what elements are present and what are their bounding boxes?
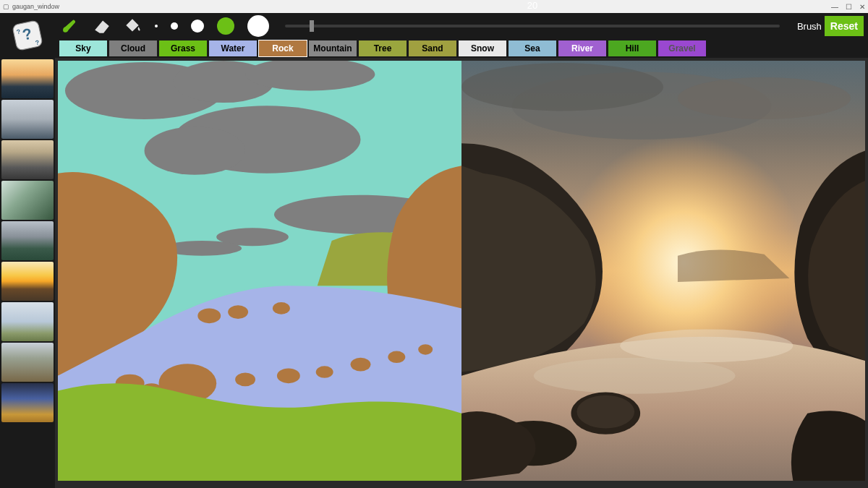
svg-point-23	[388, 351, 405, 364]
palette-sky[interactable]: Sky	[59, 40, 107, 56]
maximize-button[interactable]: ☐	[846, 3, 852, 11]
brush-size-24[interactable]	[217, 17, 234, 35]
dice-icon: ? ? ?	[7, 15, 48, 56]
svg-point-30	[534, 358, 736, 394]
palette-tree[interactable]: Tree	[359, 40, 407, 56]
close-button[interactable]: ✕	[859, 3, 865, 11]
svg-point-21	[316, 366, 333, 378]
preset-thumbnails	[0, 58, 55, 488]
svg-point-19	[235, 373, 255, 387]
minimize-button[interactable]: —	[831, 3, 838, 11]
palette-river[interactable]: River	[558, 40, 606, 56]
brush-size-18[interactable]	[191, 20, 204, 33]
eraser-icon	[93, 17, 111, 35]
svg-point-14	[228, 305, 248, 319]
palette-cloud[interactable]: Cloud	[109, 40, 157, 56]
svg-point-24	[418, 344, 433, 355]
svg-point-32	[576, 395, 634, 429]
palette-sea[interactable]: Sea	[509, 40, 556, 56]
svg-point-20	[277, 368, 300, 383]
preset-thumb-1[interactable]	[1, 100, 54, 139]
slider-handle[interactable]	[310, 20, 314, 32]
canvas-area	[55, 58, 868, 488]
brush-size-10[interactable]	[171, 22, 178, 30]
svg-point-15	[273, 302, 290, 314]
window-titlebar: ▢ gaugan_window — ☐ ✕	[0, 0, 868, 13]
reset-button[interactable]: Reset	[825, 16, 864, 36]
bucket-icon	[123, 17, 142, 35]
palette-mountain[interactable]: Mountain	[309, 40, 357, 56]
preset-thumb-4[interactable]	[1, 221, 54, 260]
palette-gravel[interactable]: Gravel	[658, 40, 706, 56]
palette-grass[interactable]: Grass	[159, 40, 207, 56]
brush-size-slider-wrap: 20	[275, 13, 790, 39]
brush-size-4[interactable]	[155, 25, 158, 27]
svg-point-22	[351, 358, 371, 372]
random-dice-button[interactable]: ? ? ?	[0, 13, 55, 58]
preset-thumb-0[interactable]	[1, 59, 54, 98]
palette-sand[interactable]: Sand	[409, 40, 456, 56]
brush-size-30[interactable]	[247, 15, 269, 37]
brush-icon	[62, 17, 81, 35]
preset-thumb-2[interactable]	[1, 140, 54, 179]
palette-snow[interactable]: Snow	[459, 40, 506, 56]
preset-thumb-6[interactable]	[1, 302, 54, 341]
preset-thumb-3[interactable]	[1, 181, 54, 220]
output-canvas	[461, 61, 865, 481]
brush-mode-label[interactable]: Brush	[796, 18, 823, 35]
sidebar: ? ? ?	[0, 13, 55, 488]
app-icon: ▢	[3, 3, 9, 10]
svg-point-13	[197, 308, 221, 323]
palette-rock[interactable]: Rock	[259, 40, 307, 56]
material-palette: SkyCloudGrassWaterRockMountainTreeSandSn…	[55, 39, 868, 58]
slider-value: 20	[518, 0, 547, 11]
brush-sizes	[155, 15, 269, 37]
preset-thumb-5[interactable]	[1, 262, 54, 301]
window-title: gaugan_window	[12, 3, 59, 10]
toolbar: 20 Brush Reset	[55, 13, 868, 39]
preset-thumb-8[interactable]	[1, 383, 54, 422]
svg-point-9	[145, 127, 246, 174]
brush-tool[interactable]	[59, 15, 84, 37]
palette-hill[interactable]: Hill	[608, 40, 656, 56]
segmentation-canvas[interactable]	[58, 61, 461, 481]
eraser-tool[interactable]	[90, 15, 114, 37]
svg-point-29	[620, 329, 793, 362]
preset-thumb-7[interactable]	[1, 343, 54, 382]
fill-tool[interactable]	[120, 15, 145, 37]
brush-size-slider[interactable]	[285, 25, 780, 27]
palette-water[interactable]: Water	[209, 40, 257, 56]
